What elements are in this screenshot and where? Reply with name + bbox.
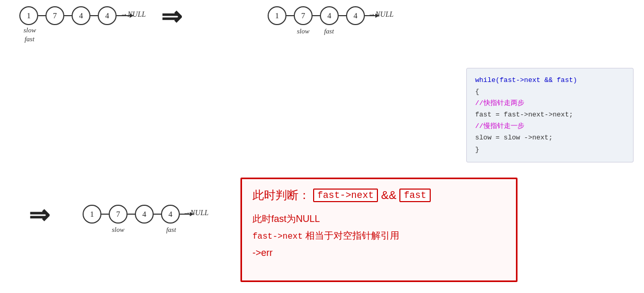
code-comment-2: //慢指针走一步 bbox=[475, 121, 625, 132]
null-r3: →NULL bbox=[183, 209, 209, 217]
slow-label-r3: slow bbox=[112, 226, 124, 234]
code-block: while(fast->next && fast) { //快指针走两步 fas… bbox=[466, 68, 634, 162]
node-r1-1: 1 bbox=[19, 6, 38, 25]
warning-title: 此时判断： fast->next && fast bbox=[252, 187, 505, 203]
ampersand-text: && bbox=[381, 189, 396, 202]
node-r2-1: 1 bbox=[268, 6, 286, 25]
fast-box: fast bbox=[399, 189, 430, 202]
node-r3-1: 1 bbox=[83, 205, 101, 224]
node-r3-4: 4 bbox=[161, 205, 180, 224]
null-r2: →NULL bbox=[368, 10, 394, 19]
node-r2-4: 4 bbox=[346, 6, 365, 25]
fast-label-r1: fast bbox=[25, 35, 34, 43]
warning-body: 此时fast为NULL fast->next 相当于对空指针解引用 ->err bbox=[252, 210, 505, 262]
warning-body-line2: fast->next 相当于对空指针解引用 bbox=[252, 227, 505, 244]
big-arrow-top: ⇒ bbox=[161, 4, 182, 29]
main-diagram: 1 7 4 4 →NULL slow fast ⇒ 1 7 4 4 →NULL … bbox=[0, 0, 644, 293]
code-comment-1: //快指针走两步 bbox=[475, 98, 625, 109]
code-line-4: slow = slow ->next; bbox=[475, 132, 625, 144]
fast-next-box: fast->next bbox=[313, 189, 378, 202]
code-line-3: fast = fast->next->next; bbox=[475, 109, 625, 121]
code-line-2: { bbox=[475, 86, 625, 98]
warning-body-line3: ->err bbox=[252, 244, 505, 261]
node-r3-3: 4 bbox=[135, 205, 154, 224]
node-r1-4: 4 bbox=[98, 6, 117, 25]
node-r1-3: 4 bbox=[72, 6, 90, 25]
code-line-5: } bbox=[475, 144, 625, 156]
fast-label-r3: fast bbox=[166, 226, 176, 234]
node-r1-2: 7 bbox=[45, 6, 64, 25]
fast-label-r2: fast bbox=[324, 27, 334, 36]
null-r1: →NULL bbox=[120, 10, 146, 19]
code-line-1: while(fast->next && fast) bbox=[475, 75, 625, 86]
big-arrow-bottom: ⇒ bbox=[29, 203, 50, 228]
slow-label-r2: slow bbox=[297, 27, 309, 36]
node-r2-2: 7 bbox=[294, 6, 313, 25]
warning-body-line1: 此时fast为NULL bbox=[252, 210, 505, 227]
node-r3-2: 7 bbox=[109, 205, 128, 224]
node-r2-3: 4 bbox=[320, 6, 339, 25]
judge-text: 此时判断： bbox=[252, 187, 310, 203]
warning-box: 此时判断： fast->next && fast 此时fast为NULL fas… bbox=[240, 178, 518, 282]
slow-label-r1: slow bbox=[24, 26, 36, 34]
